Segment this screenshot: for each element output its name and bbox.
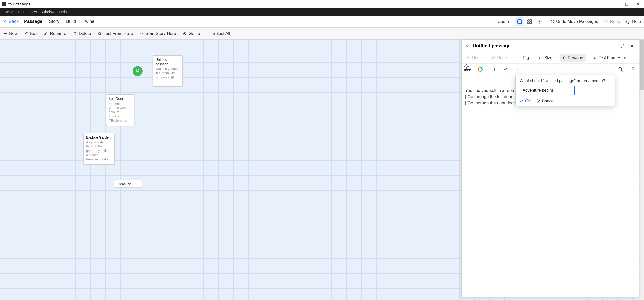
- rename-icon: [562, 56, 566, 60]
- svg-point-13: [539, 21, 540, 22]
- rename-icon: [44, 32, 48, 36]
- pencil-icon: [24, 32, 28, 36]
- svg-point-17: [541, 23, 541, 23]
- svg-point-16: [539, 23, 540, 23]
- new-button[interactable]: New: [3, 31, 18, 36]
- check-icon: [520, 99, 524, 103]
- svg-rect-8: [530, 22, 532, 24]
- scrollbar-thumb[interactable]: [640, 40, 644, 90]
- ok-button[interactable]: OK: [520, 99, 531, 103]
- svg-point-22: [184, 33, 185, 34]
- vertical-scrollbar[interactable]: [640, 40, 644, 300]
- zoom-medium-button[interactable]: [525, 17, 534, 26]
- svg-rect-28: [491, 68, 494, 71]
- passage-title: Left Door: [109, 97, 132, 101]
- undo-icon: [467, 56, 471, 60]
- panel-redo-button[interactable]: Redo: [489, 54, 509, 62]
- transition-icon[interactable]: [502, 66, 509, 73]
- tab-story[interactable]: Story: [48, 16, 60, 27]
- close-panel-button[interactable]: [629, 42, 636, 49]
- tab-passage[interactable]: Passage: [23, 16, 43, 27]
- zoom-large-button[interactable]: [515, 17, 524, 26]
- panel-size-button[interactable]: Size: [536, 54, 555, 62]
- panel-rename-button[interactable]: Rename: [560, 54, 585, 62]
- bug-icon: [98, 32, 102, 36]
- panel-test-button[interactable]: Test From Here: [591, 54, 629, 62]
- help-icon: ?: [626, 19, 631, 24]
- svg-point-14: [541, 21, 541, 22]
- panel-header: Untitled passage: [462, 40, 639, 52]
- menu-edit[interactable]: Edit: [16, 8, 27, 16]
- maximize-button[interactable]: [621, 0, 632, 8]
- arrow-left-icon: [3, 20, 7, 24]
- tab-build[interactable]: Build: [65, 16, 77, 27]
- select-all-button[interactable]: Select All: [207, 31, 230, 36]
- help-button[interactable]: ? Help: [626, 19, 641, 24]
- panel-tag-button[interactable]: Tag: [514, 54, 532, 62]
- close-button[interactable]: [632, 0, 644, 8]
- test-from-here-button[interactable]: Test From Here: [98, 31, 133, 36]
- menu-view[interactable]: View: [27, 8, 39, 16]
- titlebar: My First Story 1: [0, 0, 644, 8]
- passage-title: Treasure: [117, 182, 139, 187]
- rocket-icon: [135, 68, 140, 74]
- passage-card-untitled[interactable]: Untitled passage You find yourself in a …: [153, 55, 183, 87]
- svg-point-26: [594, 57, 596, 59]
- app-icon: [2, 2, 6, 6]
- svg-point-31: [518, 70, 518, 71]
- svg-rect-4: [518, 20, 522, 24]
- tab-twine[interactable]: Twine: [82, 16, 95, 27]
- rename-input[interactable]: [520, 86, 575, 95]
- zoom-small-button[interactable]: [535, 17, 544, 26]
- minimize-button[interactable]: [609, 0, 621, 8]
- window-title: My First Story 1: [8, 2, 30, 6]
- border-icon[interactable]: [489, 66, 496, 73]
- menu-twine[interactable]: Twine: [2, 8, 16, 16]
- panel-toolbar: Undo Redo Tag Size Rename Test From Here: [462, 52, 639, 64]
- svg-rect-25: [539, 57, 542, 59]
- start-badge: [133, 66, 143, 76]
- redo-button[interactable]: Redo: [604, 19, 620, 24]
- expand-button[interactable]: [619, 42, 626, 49]
- svg-text:?: ?: [628, 20, 629, 23]
- delete-button[interactable]: Delete: [73, 31, 91, 36]
- panel-undo-button[interactable]: Undo: [464, 54, 484, 62]
- svg-point-9: [538, 20, 538, 20]
- svg-point-33: [466, 66, 467, 67]
- menu-window[interactable]: Window: [39, 8, 57, 16]
- cancel-button[interactable]: Cancel: [537, 99, 554, 103]
- start-story-here-button[interactable]: Start Story Here: [140, 31, 176, 36]
- redo-icon: [492, 56, 496, 60]
- svg-rect-6: [530, 20, 532, 21]
- svg-point-12: [538, 21, 538, 22]
- window-controls: [609, 0, 644, 8]
- goto-button[interactable]: Go To: [183, 31, 200, 36]
- svg-rect-1: [625, 3, 628, 5]
- undo-button[interactable]: Undo Move Passages: [550, 19, 598, 24]
- color-wheel-icon[interactable]: [477, 66, 484, 73]
- search-icon[interactable]: [617, 66, 624, 73]
- plus-icon: [517, 56, 521, 60]
- passage-card-left-door[interactable]: Left Door You enter a garden with colour…: [106, 94, 134, 126]
- svg-rect-5: [528, 20, 529, 21]
- menu-help[interactable]: Help: [57, 8, 69, 16]
- edit-button[interactable]: Edit: [24, 31, 37, 36]
- passage-preview: You enter a garden with colourful flower…: [109, 102, 132, 123]
- rename-dialog: What should "Untitled passage" be rename…: [515, 75, 615, 106]
- back-button[interactable]: Back: [3, 19, 19, 24]
- gear-icon[interactable]: [464, 64, 469, 70]
- undo-icon: [550, 19, 555, 24]
- svg-rect-7: [528, 22, 529, 24]
- chevron-down-icon[interactable]: [465, 44, 469, 48]
- rename-button[interactable]: Rename: [44, 31, 66, 36]
- toolbar: New Edit Rename Delete Test From Here St…: [0, 28, 644, 40]
- passage-card-treasure[interactable]: Treasure: [114, 180, 142, 187]
- tabstrip: Back Passage Story Build Twine Zoom Undo…: [0, 16, 644, 28]
- trash-icon: [73, 32, 77, 36]
- close-icon: [537, 99, 540, 103]
- redo-icon: [604, 19, 608, 24]
- help-icon[interactable]: ?: [630, 66, 637, 73]
- svg-point-29: [518, 67, 518, 68]
- passage-card-explore-garden[interactable]: Explore Garden As you walk through the g…: [83, 133, 115, 165]
- more-format-icon[interactable]: [514, 66, 521, 73]
